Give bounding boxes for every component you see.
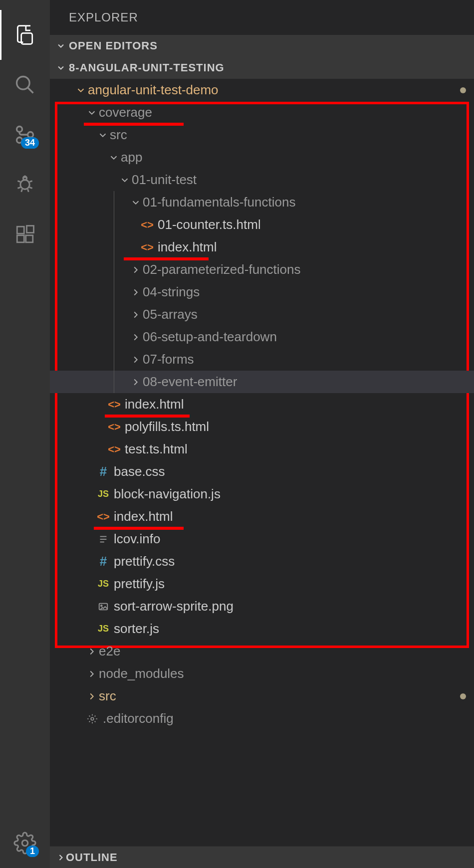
folder-src[interactable]: src [50, 124, 474, 146]
chevron-right-icon [129, 264, 143, 275]
folder-label: 01-fundamentals-functions [143, 195, 295, 210]
chevron-down-icon [107, 152, 121, 163]
folder-coverage[interactable]: coverage [50, 101, 474, 124]
file-tree: angular-unit-test-demo coverage src app … [50, 79, 474, 846]
file-label: prettify.css [114, 554, 175, 569]
chevron-down-icon [96, 130, 110, 141]
folder-strings[interactable]: 04-strings [50, 281, 474, 303]
svg-rect-17 [27, 226, 34, 233]
activity-explorer[interactable] [0, 10, 50, 60]
settings-badge: 1 [26, 846, 39, 857]
file-label: test.ts.html [125, 441, 188, 457]
svg-line-9 [17, 188, 20, 189]
file-block-nav[interactable]: JS block-navigation.js [50, 483, 474, 505]
js-icon: JS [96, 579, 111, 589]
folder-label: 01-unit-test [132, 172, 197, 188]
chevron-down-icon [56, 63, 66, 73]
file-sorter[interactable]: JS sorter.js [50, 618, 474, 640]
folder-e2e[interactable]: e2e [50, 640, 474, 662]
file-label: base.css [114, 464, 165, 479]
open-editors-label: OPEN EDITORS [69, 39, 158, 52]
modified-dot-icon [460, 693, 466, 699]
folder-src-2[interactable]: src [50, 685, 474, 707]
file-label: index.html [158, 239, 217, 255]
activity-debug[interactable] [0, 160, 50, 210]
svg-point-18 [22, 840, 28, 846]
chevron-down-icon [118, 175, 132, 186]
folder-parameterized[interactable]: 02-parameterized-functions [50, 258, 474, 281]
folder-label: 02-parameterized-functions [143, 262, 301, 277]
svg-point-5 [20, 180, 29, 189]
folder-label: coverage [99, 105, 152, 120]
html-icon: <> [107, 398, 122, 411]
svg-point-23 [101, 605, 102, 606]
folder-label: src [110, 127, 127, 143]
activity-search[interactable] [0, 60, 50, 110]
file-lcov[interactable]: lcov.info [50, 528, 474, 550]
file-index-1[interactable]: <> index.html [50, 236, 474, 258]
file-label: prettify.js [114, 576, 165, 592]
folder-app[interactable]: app [50, 146, 474, 169]
file-test-ts[interactable]: <> test.ts.html [50, 438, 474, 460]
svg-line-11 [21, 189, 22, 192]
folder-label: 04-strings [143, 284, 200, 300]
folder-label: node_modules [99, 666, 184, 681]
bug-icon [14, 174, 36, 196]
folder-event-emitter[interactable]: 08-event-emitter [50, 371, 474, 393]
file-label: sorter.js [114, 621, 159, 637]
folder-unit-test[interactable]: 01-unit-test [50, 169, 474, 191]
activity-extensions[interactable] [0, 210, 50, 259]
section-open-editors[interactable]: OPEN EDITORS [50, 35, 474, 57]
folder-fundamentals[interactable]: 01-fundamentals-functions [50, 191, 474, 214]
project-label: 8-ANGULAR-UNIT-TESTING [69, 61, 225, 74]
search-icon [14, 74, 36, 96]
svg-line-1 [28, 88, 33, 93]
chevron-down-icon [74, 85, 88, 96]
chevron-right-icon [85, 646, 99, 657]
folder-arrays[interactable]: 05-arrays [50, 303, 474, 326]
file-label: sort-arrow-sprite.png [114, 599, 234, 614]
section-project[interactable]: 8-ANGULAR-UNIT-TESTING [50, 57, 474, 79]
file-prettify-css[interactable]: # prettify.css [50, 550, 474, 573]
chevron-right-icon [129, 309, 143, 320]
html-icon: <> [107, 421, 122, 434]
outline-label: OUTLINE [66, 851, 118, 864]
file-index-3[interactable]: <> index.html [50, 505, 474, 528]
folder-setup[interactable]: 06-setup-and-teardown [50, 326, 474, 348]
folder-label: src [99, 688, 116, 704]
file-sprite[interactable]: sort-arrow-sprite.png [50, 595, 474, 618]
image-icon [96, 601, 111, 612]
svg-line-7 [17, 181, 20, 182]
html-icon: <> [140, 218, 155, 231]
section-outline[interactable]: OUTLINE [50, 846, 474, 868]
folder-root[interactable]: angular-unit-test-demo [50, 79, 474, 101]
chevron-right-icon [56, 853, 66, 863]
file-polyfills[interactable]: <> polyfills.ts.html [50, 416, 474, 438]
chevron-right-icon [85, 691, 99, 702]
html-icon: <> [107, 443, 122, 456]
file-base-css[interactable]: # base.css [50, 460, 474, 483]
file-label: index.html [125, 397, 184, 412]
file-label: .editorconfig [103, 711, 174, 726]
svg-rect-14 [17, 226, 24, 233]
folder-label: 06-setup-and-teardown [143, 329, 277, 345]
chevron-down-icon [129, 197, 143, 208]
extensions-icon [14, 224, 35, 245]
css-icon: # [96, 554, 111, 569]
file-label: block-navigation.js [114, 486, 221, 502]
activity-scm[interactable]: 34 [0, 110, 50, 160]
file-editorconfig[interactable]: .editorconfig [50, 707, 474, 730]
folder-forms[interactable]: 07-forms [50, 348, 474, 371]
svg-rect-15 [17, 235, 24, 242]
chevron-right-icon [129, 354, 143, 365]
chevron-down-icon [56, 41, 66, 51]
file-counter[interactable]: <> 01-counter.ts.html [50, 214, 474, 236]
folder-node-modules[interactable]: node_modules [50, 662, 474, 685]
chevron-right-icon [85, 668, 99, 679]
file-index-2[interactable]: <> index.html [50, 393, 474, 416]
html-icon: <> [96, 510, 111, 523]
file-label: index.html [114, 509, 173, 524]
file-prettify-js[interactable]: JS prettify.js [50, 573, 474, 595]
activity-bar: 34 1 [0, 0, 50, 868]
activity-settings[interactable]: 1 [0, 818, 50, 868]
